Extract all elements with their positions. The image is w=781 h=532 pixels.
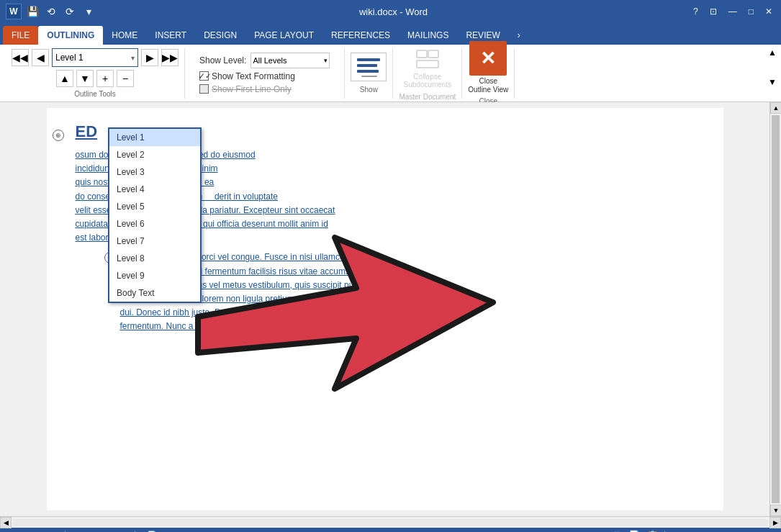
- show-level-value: All Levels: [253, 56, 286, 65]
- dropdown-item-level6[interactable]: Level 6: [109, 215, 200, 233]
- show-first-line-label: Show First Line Only: [212, 84, 292, 94]
- demote-to-body-button[interactable]: ▶▶: [161, 49, 179, 66]
- ribbon-group-collapse: CollapseSubdocuments Master Document: [393, 48, 462, 99]
- tab-design[interactable]: DESIGN: [195, 26, 245, 45]
- ribbon-group-close: ✕ CloseOutline View Close: [462, 48, 515, 99]
- collapse-subdocuments-button: CollapseSubdocuments: [403, 45, 451, 89]
- minimize-button[interactable]: —: [726, 5, 740, 18]
- collapse-subdocuments-label: CollapseSubdocuments: [403, 73, 451, 89]
- close-outline-label: CloseOutline View: [468, 77, 508, 94]
- status-bar: PAGE 1 OF 1 272 WORDS 📄 ENGLISH (UNITED …: [0, 528, 781, 532]
- dropdown-item-level4[interactable]: Level 4: [109, 181, 200, 198]
- svg-rect-5: [428, 50, 438, 58]
- show-icon-group: Show: [351, 53, 387, 94]
- outline-tools-label: Outline Tools: [74, 90, 116, 98]
- show-text-formatting-row: ✓ Show Text Formatting: [199, 71, 330, 81]
- show-level-label: Show Level:: [199, 55, 246, 66]
- dropdown-item-level3[interactable]: Level 3: [109, 163, 200, 181]
- show-text-formatting-checkbox[interactable]: ✓: [199, 71, 209, 81]
- dropdown-item-level5[interactable]: Level 5: [109, 198, 200, 215]
- show-button[interactable]: [351, 53, 387, 81]
- horizontal-scrollbar[interactable]: ◀ ▶: [0, 516, 781, 528]
- close-outline-icon: ✕: [469, 41, 507, 76]
- collapse-icon: [411, 45, 443, 73]
- move-up-button[interactable]: ▲: [56, 70, 73, 87]
- scroll-right-button[interactable]: ▶: [769, 517, 781, 528]
- expand-button[interactable]: +: [96, 70, 114, 87]
- scroll-down-button[interactable]: ▼: [770, 505, 781, 516]
- h-scrollbar-track: [13, 519, 768, 526]
- level-dropdown[interactable]: Level 1 ▾: [52, 48, 138, 67]
- close-outline-view-button[interactable]: ✕ CloseOutline View: [468, 41, 508, 94]
- svg-rect-2: [357, 70, 379, 73]
- close-window-button[interactable]: ✕: [762, 5, 775, 18]
- title-bar-controls: ? ⊡ — □ ✕: [690, 5, 775, 18]
- tab-page-layout[interactable]: PAGE LAYOUT: [245, 26, 322, 45]
- dropdown-item-level1[interactable]: Level 1: [109, 129, 200, 146]
- collapse-area: CollapseSubdocuments Master Document: [399, 45, 456, 101]
- ribbon-tabs: FILE OUTLINING HOME INSERT DESIGN PAGE L…: [0, 23, 781, 45]
- dropdown-item-level8[interactable]: Level 8: [109, 250, 200, 267]
- scroll-up-button[interactable]: ▲: [770, 102, 781, 114]
- outline-expand-circle[interactable]: ⊕: [53, 130, 64, 141]
- scrollbar-thumb[interactable]: [772, 115, 780, 503]
- dropdown-item-level2[interactable]: Level 2: [109, 146, 200, 163]
- svg-rect-3: [361, 76, 377, 77]
- scroll-left-button[interactable]: ◀: [0, 517, 12, 528]
- collapse-button[interactable]: −: [117, 70, 134, 87]
- ribbon-scroll-down[interactable]: ▼: [768, 77, 780, 87]
- show-level-area: Show Level: All Levels ▾ ✓ Show Text For…: [191, 53, 338, 94]
- tab-insert[interactable]: INSERT: [146, 26, 195, 45]
- customize-qat-button[interactable]: ▾: [81, 4, 96, 19]
- save-button[interactable]: 💾: [24, 4, 40, 19]
- demote-button[interactable]: ▶: [141, 49, 158, 66]
- show-first-line-row: Show First Line Only: [199, 84, 330, 94]
- move-down-button[interactable]: ▼: [76, 70, 94, 87]
- show-level-chevron-icon: ▾: [324, 57, 328, 64]
- app-title: wiki.docx - Word: [96, 6, 690, 17]
- show-level-select[interactable]: All Levels ▾: [250, 53, 330, 68]
- ribbon-group-show: Show Level: All Levels ▾ ✓ Show Text For…: [185, 48, 345, 99]
- master-document-label: Master Document: [399, 93, 456, 101]
- title-bar-left: W 💾 ⟲ ⟳ ▾: [6, 4, 96, 19]
- redo-button[interactable]: ⟳: [62, 4, 78, 19]
- svg-rect-1: [357, 64, 377, 67]
- undo-button[interactable]: ⟲: [43, 4, 59, 19]
- promote-button[interactable]: ◀: [32, 49, 49, 66]
- show-label: Show: [360, 86, 378, 94]
- ribbon-group-show-icon: Show: [345, 48, 393, 99]
- word-icon: W: [6, 4, 22, 19]
- dropdown-item-body-text[interactable]: Body Text: [109, 284, 200, 302]
- show-first-line-checkbox[interactable]: [199, 84, 209, 94]
- tab-file[interactable]: FILE: [3, 26, 38, 45]
- title-bar: W 💾 ⟲ ⟳ ▾ wiki.docx - Word ? ⊡ — □ ✕: [0, 0, 781, 23]
- outline-nav: ◀◀ ◀ Level 1 ▾ Level 1 Level 2 Level 3 L…: [12, 48, 179, 67]
- promote-to-heading1-button[interactable]: ◀◀: [12, 49, 29, 66]
- maximize-button[interactable]: □: [746, 5, 757, 18]
- x-icon: ✕: [480, 48, 496, 70]
- tab-outlining[interactable]: OUTLINING: [38, 26, 103, 45]
- tab-more[interactable]: ›: [509, 26, 529, 45]
- svg-rect-4: [417, 50, 427, 58]
- svg-rect-0: [357, 58, 380, 61]
- level-dropdown-value: Level 1: [55, 53, 131, 63]
- chevron-down-icon: ▾: [131, 54, 135, 62]
- ribbon: ◀◀ ◀ Level 1 ▾ Level 1 Level 2 Level 3 L…: [0, 45, 781, 102]
- tab-home[interactable]: HOME: [103, 26, 146, 45]
- dropdown-item-level7[interactable]: Level 7: [109, 233, 200, 250]
- svg-rect-6: [417, 60, 438, 68]
- show-text-formatting-label: Show Text Formatting: [212, 71, 295, 81]
- help-button[interactable]: ?: [690, 5, 701, 18]
- ribbon-scroll-up[interactable]: ▲: [768, 48, 780, 58]
- vertical-scrollbar[interactable]: ▲ ▼: [769, 102, 781, 516]
- ribbon-group-outline-tools: ◀◀ ◀ Level 1 ▾ Level 1 Level 2 Level 3 L…: [6, 48, 185, 99]
- tab-mailings[interactable]: MAILINGS: [399, 26, 457, 45]
- tab-references[interactable]: REFERENCES: [322, 26, 399, 45]
- show-level-row: Show Level: All Levels ▾: [199, 53, 330, 68]
- restore-button[interactable]: ⊡: [707, 5, 720, 18]
- level-dropdown-menu: Level 1 Level 2 Level 3 Level 4 Level 5 …: [108, 127, 202, 303]
- dropdown-item-level9[interactable]: Level 9: [109, 267, 200, 284]
